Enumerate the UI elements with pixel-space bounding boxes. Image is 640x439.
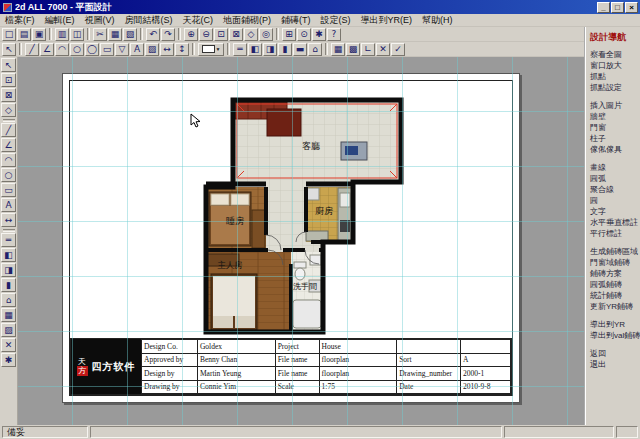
measure-button[interactable]: ∟ (361, 43, 375, 56)
erase-tool-button[interactable]: ✕ (1, 338, 16, 352)
drawing-sheet[interactable]: 客廳 睡房 廚房 主人房 洗手間 天 方 (62, 73, 520, 403)
sidebar-item-2-6[interactable]: 平行標註 (590, 228, 640, 239)
menu-item-9[interactable]: 幫助(H) (417, 14, 458, 27)
line-button[interactable]: ╱ (25, 43, 39, 56)
redraw-button[interactable]: ◎ (259, 28, 273, 41)
color-swatch-button[interactable]: ▼ (198, 43, 224, 56)
menu-item-2[interactable]: 視圖(V) (80, 14, 120, 27)
pan-button[interactable]: ◇ (244, 28, 258, 41)
sidebar-item-2-0[interactable]: 畫線 (590, 162, 640, 173)
zoom-extents-button[interactable]: ⊠ (229, 28, 243, 41)
wall-button[interactable]: ═ (233, 43, 247, 56)
copy-button[interactable]: ▦ (108, 28, 122, 41)
column-button[interactable]: ▮ (278, 43, 292, 56)
menu-item-6[interactable]: 鋪磚(T) (276, 14, 316, 27)
door-tool-button[interactable]: ◧ (1, 248, 16, 262)
furniture-button[interactable]: ⌂ (308, 43, 322, 56)
menu-item-3[interactable]: 房間結構(S) (120, 14, 178, 27)
rectangle-button[interactable]: ▭ (100, 43, 114, 56)
sidebar-item-3-0[interactable]: 生成鋪磚區域 (590, 246, 640, 257)
sidebar-item-5-0[interactable]: 返回 (590, 348, 640, 359)
sidebar-item-1-1[interactable]: 牆壁 (590, 111, 640, 122)
sidebar-item-1-3[interactable]: 柱子 (590, 133, 640, 144)
pan-tool-button[interactable]: ◇ (1, 103, 16, 117)
help-button[interactable]: ? (327, 28, 341, 41)
menu-item-5[interactable]: 地面鋪砌(P) (218, 14, 276, 27)
sidebar-item-3-2[interactable]: 鋪磚方案 (590, 268, 640, 279)
menu-item-0[interactable]: 檔案(F) (0, 14, 40, 27)
erase-button[interactable]: ✕ (376, 43, 390, 56)
sidebar-item-1-4[interactable]: 傢俬傢具 (590, 144, 640, 155)
vertical-dimension-button[interactable]: ↕ (175, 43, 189, 56)
line-tool-button[interactable]: ╱ (1, 123, 16, 137)
sidebar-item-4-1[interactable]: 導出到val鋪磚 (590, 330, 640, 341)
sidebar-item-0-2[interactable]: 抓點 (590, 71, 640, 82)
circle-button[interactable]: ○ (70, 43, 84, 56)
sidebar-item-2-4[interactable]: 文字 (590, 206, 640, 217)
tile-button[interactable]: ▦ (331, 43, 345, 56)
undo-button[interactable]: ↶ (146, 28, 160, 41)
sidebar-item-2-3[interactable]: 圓 (590, 195, 640, 206)
new-button[interactable]: □ (2, 28, 16, 41)
paste-button[interactable]: ▧ (123, 28, 137, 41)
zoom-in-button[interactable]: ⊕ (184, 28, 198, 41)
beam-button[interactable]: ▬ (293, 43, 307, 56)
tile-tool-button[interactable]: ▦ (1, 308, 16, 322)
osnap-button[interactable]: ⊙ (297, 28, 311, 41)
rectangle-tool-button[interactable]: ▭ (1, 183, 16, 197)
menu-item-7[interactable]: 設定(S) (316, 14, 356, 27)
menu-item-8[interactable]: 導出到YR(E) (356, 14, 418, 27)
sidebar-item-3-4[interactable]: 統計鋪磚 (590, 290, 640, 301)
furniture-tool-button[interactable]: ⌂ (1, 293, 16, 307)
sidebar-item-2-2[interactable]: 聚合線 (590, 184, 640, 195)
maximize-button[interactable]: □ (611, 2, 624, 13)
zoom-out-button[interactable]: ⊖ (199, 28, 213, 41)
minimize-button[interactable]: _ (597, 2, 610, 13)
print-button[interactable]: ▥ (55, 28, 69, 41)
sidebar-item-5-1[interactable]: 退出 (590, 359, 640, 370)
ellipse-button[interactable]: ◯ (85, 43, 99, 56)
wall-tool-button[interactable]: ═ (1, 233, 16, 247)
sidebar-item-0-1[interactable]: 窗口放大 (590, 60, 640, 71)
sidebar-item-0-0[interactable]: 察看全圖 (590, 49, 640, 60)
sidebar-item-3-3[interactable]: 圓弧鋪磚 (590, 279, 640, 290)
circle-tool-button[interactable]: ○ (1, 168, 16, 182)
sidebar-item-2-5[interactable]: 水平垂直標註 (590, 217, 640, 228)
sidebar-item-0-3[interactable]: 抓點設定 (590, 82, 640, 93)
select-button[interactable]: ↖ (2, 43, 16, 56)
cut-button[interactable]: ✂ (93, 28, 107, 41)
redo-button[interactable]: ↷ (161, 28, 175, 41)
zoom-all-tool-button[interactable]: ⊠ (1, 88, 16, 102)
text-button[interactable]: A (130, 43, 144, 56)
hatch-tool-button[interactable]: ▨ (1, 323, 16, 337)
sidebar-item-3-5[interactable]: 更新YR鋪磚 (590, 301, 640, 312)
sidebar-item-1-2[interactable]: 門窗 (590, 122, 640, 133)
select-arrow-button[interactable]: ↖ (1, 58, 16, 72)
window-tool-button[interactable]: ◨ (1, 263, 16, 277)
door-button[interactable]: ◧ (248, 43, 262, 56)
sidebar-item-2-1[interactable]: 圓弧 (590, 173, 640, 184)
polyline-tool-button[interactable]: ∠ (1, 138, 16, 152)
close-button[interactable]: × (625, 2, 638, 13)
polyline-button[interactable]: ∠ (40, 43, 54, 56)
print-preview-button[interactable]: ◫ (70, 28, 84, 41)
arc-tool-button[interactable]: ◠ (1, 153, 16, 167)
dimension-tool-button[interactable]: ↔ (1, 213, 16, 227)
drawing-canvas[interactable]: 客廳 睡房 廚房 主人房 洗手間 天 方 (18, 57, 584, 425)
text-tool-button[interactable]: A (1, 198, 16, 212)
sidebar-item-4-0[interactable]: 導出到YR (590, 319, 640, 330)
grid-button[interactable]: ⊞ (282, 28, 296, 41)
zoom-window-button[interactable]: ⊡ (214, 28, 228, 41)
properties-tool-button[interactable]: ✱ (1, 353, 16, 367)
column-tool-button[interactable]: ▮ (1, 278, 16, 292)
save-button[interactable]: ▣ (32, 28, 46, 41)
open-button[interactable]: ▤ (17, 28, 31, 41)
settings-button[interactable]: ✱ (312, 28, 326, 41)
polygon-button[interactable]: ▽ (115, 43, 129, 56)
window-button[interactable]: ◨ (263, 43, 277, 56)
update-button[interactable]: ✓ (391, 43, 405, 56)
sidebar-item-1-0[interactable]: 插入圖片 (590, 100, 640, 111)
menu-item-4[interactable]: 天花(C) (178, 14, 219, 27)
zoom-window-tool-button[interactable]: ⊡ (1, 73, 16, 87)
menu-item-1[interactable]: 編輯(E) (40, 14, 80, 27)
